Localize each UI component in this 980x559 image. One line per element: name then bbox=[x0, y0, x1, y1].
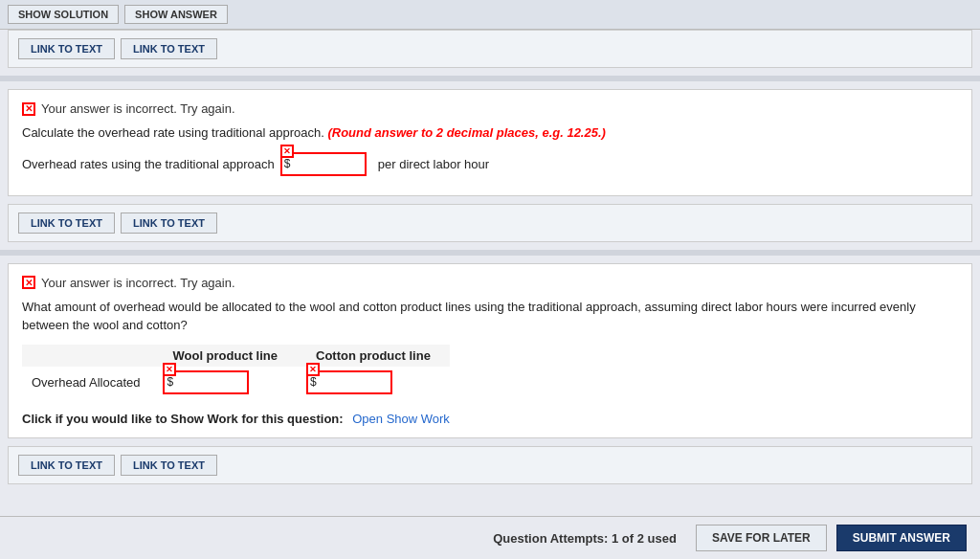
error-x-badge-wool: ✕ bbox=[163, 363, 176, 376]
wool-input-wrap: ✕ $ bbox=[163, 370, 249, 394]
question-text-2: What amount of overhead would be allocat… bbox=[22, 298, 958, 335]
dollar-sign-1: $ bbox=[284, 157, 291, 170]
overhead-input-wrap: ✕ $ bbox=[280, 152, 367, 176]
link-bar-mid: LINK TO TEXT LINK TO TEXT bbox=[8, 204, 972, 242]
wool-input-cell: ✕ $ bbox=[153, 367, 297, 398]
question-1-note: (Round answer to 2 decimal places, e.g. … bbox=[327, 125, 605, 140]
dollar-sign-wool: $ bbox=[167, 375, 173, 389]
show-answer-button[interactable]: SHOW ANSWER bbox=[124, 5, 228, 24]
link-bar-bottom: LINK TO TEXT LINK TO TEXT bbox=[8, 446, 972, 484]
table-section: Wool product line Cotton product line Ov… bbox=[22, 345, 958, 398]
cotton-input-wrap: ✕ $ bbox=[306, 370, 392, 394]
dollar-sign-cotton: $ bbox=[310, 375, 317, 389]
show-solution-button[interactable]: SHOW SOLUTION bbox=[8, 5, 119, 24]
error-x-badge-cotton: ✕ bbox=[306, 363, 320, 376]
question-text-1: Calculate the overhead rate using tradit… bbox=[22, 123, 958, 143]
section-1: ✕ Your answer is incorrect. Try again. C… bbox=[8, 89, 972, 196]
submit-answer-button[interactable]: SUBMIT ANSWER bbox=[836, 525, 967, 540]
question-1-main: Calculate the overhead rate using tradit… bbox=[22, 125, 324, 140]
table-row: Overhead Allocated ✕ $ ✕ $ bbox=[22, 367, 450, 398]
error-x-badge-1: ✕ bbox=[280, 145, 294, 158]
error-row-1: ✕ Your answer is incorrect. Try again. bbox=[22, 101, 958, 116]
overhead-allocated-label: Overhead Allocated bbox=[22, 367, 153, 398]
link-to-text-btn-2[interactable]: LINK TO TEXT bbox=[121, 38, 217, 59]
bottom-bar: Question Attempts: 1 of 2 used SAVE FOR … bbox=[0, 516, 980, 540]
link-bar-top: LINK TO TEXT LINK TO TEXT bbox=[8, 30, 972, 68]
error-icon-2: ✕ bbox=[22, 276, 35, 289]
open-show-work-link[interactable]: Open Show Work bbox=[352, 412, 450, 426]
error-text-2: Your answer is incorrect. Try again. bbox=[41, 276, 235, 290]
show-work-row: Click if you would like to Show Work for… bbox=[22, 412, 958, 426]
link-to-text-btn-3[interactable]: LINK TO TEXT bbox=[18, 212, 115, 234]
link-to-text-btn-6[interactable]: LINK TO TEXT bbox=[121, 455, 217, 476]
save-for-later-button[interactable]: SAVE FOR LATER bbox=[696, 525, 827, 540]
link-to-text-btn-5[interactable]: LINK TO TEXT bbox=[18, 455, 115, 476]
error-row-2: ✕ Your answer is incorrect. Try again. bbox=[22, 276, 958, 290]
per-direct-labor-label: per direct labor hour bbox=[378, 157, 489, 171]
error-text-1: Your answer is incorrect. Try again. bbox=[41, 101, 235, 116]
table-empty-header bbox=[22, 345, 153, 367]
link-to-text-btn-4[interactable]: LINK TO TEXT bbox=[121, 212, 217, 234]
section-2: ✕ Your answer is incorrect. Try again. W… bbox=[8, 263, 972, 438]
show-work-label: Click if you would like to Show Work for… bbox=[22, 412, 344, 426]
error-icon-1: ✕ bbox=[22, 102, 35, 116]
cotton-input-cell: ✕ $ bbox=[297, 367, 450, 398]
attempts-text: Question Attempts: 1 of 2 used bbox=[493, 531, 677, 540]
overhead-rate-label: Overhead rates using the traditional app… bbox=[22, 157, 275, 171]
input-row-1: Overhead rates using the traditional app… bbox=[22, 152, 958, 176]
top-bar: SHOW SOLUTION SHOW ANSWER bbox=[0, 0, 980, 30]
product-table: Wool product line Cotton product line Ov… bbox=[22, 345, 450, 398]
link-to-text-btn-1[interactable]: LINK TO TEXT bbox=[18, 38, 115, 59]
